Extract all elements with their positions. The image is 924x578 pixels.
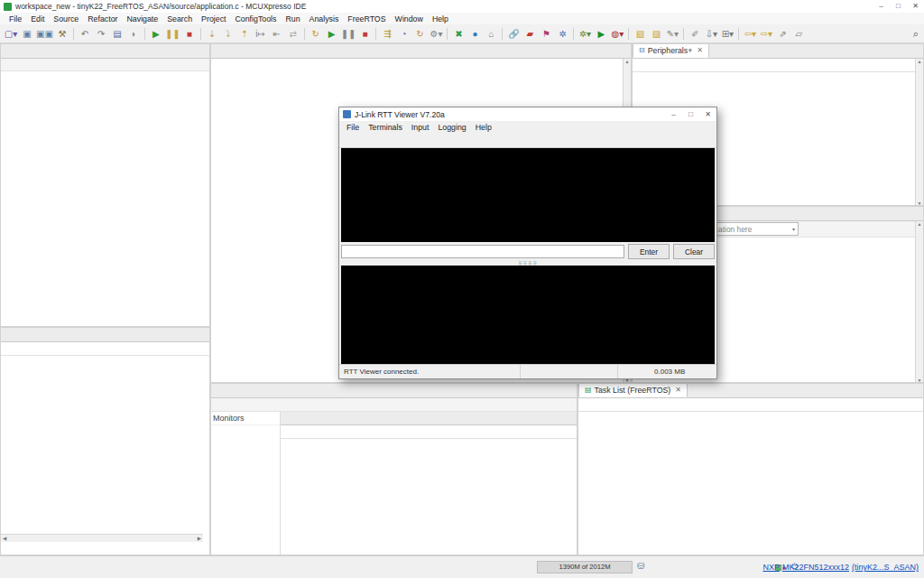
pdf-icon[interactable]: ▰ (522, 26, 537, 41)
close-icon[interactable]: ✕ (697, 46, 703, 54)
instr-step-icon[interactable]: i↦ (254, 26, 268, 41)
step-set-icon[interactable]: ⇶ (380, 26, 394, 41)
tree-drop-icon[interactable]: ⊞▾ (720, 26, 735, 41)
info-icon[interactable]: ● (467, 26, 482, 41)
drop-frame-icon[interactable]: ⇤ (270, 26, 284, 41)
gear-drop-icon[interactable]: ⚙▾ (429, 26, 443, 41)
use-step-icon[interactable]: ⇄ (286, 26, 300, 41)
rtt-title: J-Link RTT Viewer V7.20a (355, 110, 445, 119)
toolbar-separator (628, 28, 629, 40)
toolbar-separator (144, 28, 145, 40)
heap-status-widget[interactable]: 1390M of 2012M (537, 561, 633, 573)
scroll-up-icon[interactable]: ▲ (625, 59, 630, 64)
flag-icon[interactable]: ⚑ (539, 26, 553, 41)
resume2-icon[interactable]: ↻ (309, 26, 323, 41)
vendor-link[interactable]: NXP (762, 563, 780, 572)
restart-icon[interactable]: ↻ (412, 26, 427, 41)
chevron-down-icon[interactable]: ▾ (792, 226, 795, 232)
peripherals-vscrollbar[interactable]: ▲▼ (915, 59, 923, 206)
pause-icon[interactable]: ❚❚ (165, 26, 180, 41)
stop-icon[interactable]: ■ (182, 26, 197, 41)
terminate2-icon[interactable]: ■ (357, 26, 372, 41)
rtt-terminal-output[interactable] (341, 148, 715, 242)
step-into-icon[interactable]: ⇣ (205, 26, 219, 41)
toolbar-separator (738, 28, 739, 40)
maximize-button[interactable]: □ (890, 0, 907, 13)
monitors-header: Monitors (211, 412, 280, 425)
rtt-close-button[interactable]: ✕ (699, 108, 716, 121)
menu-run[interactable]: Run (281, 14, 304, 23)
device-link[interactable]: MK22FN512xxx12 (782, 563, 849, 572)
menu-help[interactable]: Help (428, 14, 453, 23)
menu-refactor[interactable]: Refactor (83, 14, 122, 23)
folder1-icon[interactable]: ▧ (633, 26, 647, 41)
open-element-icon[interactable]: ▤ (110, 26, 125, 41)
menu-navigate[interactable]: Navigate (122, 14, 162, 23)
rtt-enter-button[interactable]: Enter (628, 244, 670, 259)
build-all-icon[interactable]: ⚒ (55, 26, 69, 41)
gc-trash-icon[interactable]: ⛁ (637, 561, 644, 571)
minimize-button[interactable]: – (873, 0, 890, 13)
new-view-icon[interactable]: ▱ (791, 26, 806, 41)
new-wizard-icon[interactable]: ▢▾ (4, 26, 18, 41)
debug-icon[interactable]: ▶ (149, 26, 163, 41)
xpresso-icon[interactable]: ✖ (451, 26, 466, 41)
step-over-icon[interactable]: ⤵ (221, 26, 236, 41)
rtt-menu-input[interactable]: Input (407, 123, 434, 132)
paint-icon[interactable]: ✎▾ (665, 26, 679, 41)
profile-icon[interactable]: ◔ (396, 26, 411, 41)
new-launch-icon[interactable]: ◗ (126, 26, 141, 41)
rtt-input-field[interactable] (341, 245, 624, 258)
menu-window[interactable]: Window (391, 14, 428, 23)
undo-icon[interactable]: ↶ (78, 26, 92, 41)
search-icon[interactable]: ⌕ (913, 28, 919, 40)
down-arrow-icon[interactable]: ⇩▾ (704, 26, 718, 41)
close-icon[interactable]: ✕ (675, 386, 681, 394)
rtt-clear-button[interactable]: Clear (673, 244, 715, 259)
memory-toolbar (211, 398, 577, 412)
resume-green-icon[interactable]: ▶ (594, 26, 608, 41)
step-return-icon[interactable]: ⇡ (237, 26, 252, 41)
save-all-icon[interactable]: ▣▣ (36, 26, 53, 41)
settings2-icon[interactable]: ✲▾ (578, 26, 592, 41)
pause2-icon[interactable]: ❚❚ (341, 26, 356, 41)
tab-peripherals[interactable]: ⊟ Peripherals+ ✕ (633, 43, 709, 58)
scroll-up-icon[interactable]: ▲ (918, 59, 922, 64)
tab-task-list[interactable]: ▤ Task List (FreeRTOS) ✕ (578, 383, 688, 397)
menu-file[interactable]: File (5, 14, 26, 23)
rtt-menu-logging[interactable]: Logging (433, 123, 470, 132)
folder2-icon[interactable]: ▨ (649, 26, 663, 41)
menu-freertos[interactable]: FreeRTOS (343, 14, 390, 23)
registers-hscrollbar[interactable]: ◀▶ (1, 534, 203, 542)
rtt-menu-help[interactable]: Help (471, 123, 496, 132)
scroll-up-icon[interactable]: ▲ (918, 221, 922, 227)
link-icon[interactable]: 🔗 (506, 26, 521, 41)
rtt-minimize-button[interactable]: – (665, 108, 682, 121)
menu-source[interactable]: Source (49, 14, 83, 23)
rtt-menu-file[interactable]: File (342, 123, 364, 132)
forward-icon[interactable]: ⇨▾ (759, 26, 773, 41)
rtt-menu-terminals[interactable]: Terminals (364, 123, 407, 132)
home-icon[interactable]: ⌂ (484, 26, 498, 41)
project-link[interactable]: (tinyK2...S_ASAN) (852, 563, 919, 572)
menu-project[interactable]: Project (197, 14, 230, 23)
menu-configtools[interactable]: ConfigTools (230, 14, 281, 23)
settings1-icon[interactable]: ✲ (555, 26, 569, 41)
menu-search[interactable]: Search (162, 14, 197, 23)
scroll-left-icon[interactable]: ◀ (3, 536, 6, 541)
rtt-log-output[interactable] (341, 266, 715, 370)
pencil-icon[interactable]: ✐ (688, 26, 702, 41)
coverage-icon[interactable]: ◍▾ (610, 26, 624, 41)
menu-edit[interactable]: Edit (26, 14, 49, 23)
disassembly-vscrollbar[interactable]: ▲▼ (915, 221, 923, 383)
menu-analysis[interactable]: Analysis (305, 14, 344, 23)
rtt-maximize-button[interactable]: □ (682, 108, 699, 121)
redo-icon[interactable]: ↷ (94, 26, 108, 41)
back-icon[interactable]: ⇦▾ (743, 26, 757, 41)
scroll-right-icon[interactable]: ▶ (198, 536, 201, 541)
close-button[interactable]: ✕ (907, 0, 924, 13)
save-icon[interactable]: ▣ (20, 26, 34, 41)
last-edit-icon[interactable]: ⇗ (775, 26, 790, 41)
rtt-status-bar: RTT Viewer connected. 0.003 MB (339, 364, 716, 378)
run2-icon[interactable]: ▶ (325, 26, 339, 41)
